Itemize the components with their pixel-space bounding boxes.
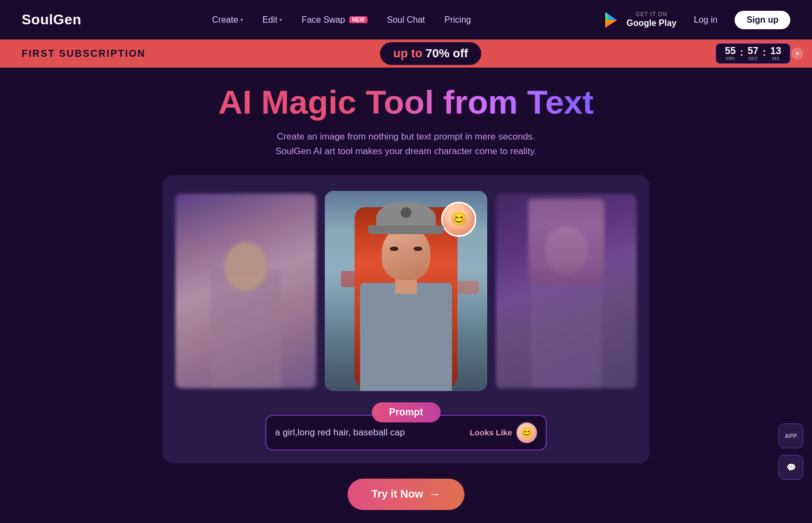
nav-face-swap[interactable]: Face Swap NEW (302, 15, 367, 25)
side-image-right (496, 194, 637, 388)
chat-float-button[interactable]: 💬 (778, 455, 803, 480)
main-content: AI Magic Tool from Text Create an image … (0, 68, 812, 510)
google-play-text: GET IT ON Google Play (626, 11, 676, 28)
promo-text: FIRST SUBSCRIPTION (22, 48, 146, 59)
prompt-input[interactable] (275, 427, 463, 438)
new-badge: NEW (349, 16, 367, 23)
app-float-button[interactable]: APP (778, 423, 803, 448)
side-float-buttons: APP 💬 (778, 423, 803, 480)
promo-discount: up to 70% off (380, 42, 481, 65)
chevron-down-icon: ▾ (279, 17, 282, 23)
signup-button[interactable]: Sign up (735, 11, 790, 29)
google-play-icon (601, 10, 621, 30)
timer-minutes: 55 Min (723, 46, 738, 61)
prompt-badge: Prompt (372, 402, 441, 422)
center-main-image: 😊 (325, 191, 487, 391)
nav-create[interactable]: Create ▾ (212, 15, 243, 25)
looks-like-avatar: 😊 (516, 422, 537, 443)
hero-subtitle: Create an image from nothing but text pr… (276, 129, 537, 158)
timer-colon-1: : (739, 47, 744, 58)
timer-ms: 13 MS (768, 46, 783, 61)
prompt-section: Prompt Looks Like 😊 (175, 402, 637, 451)
google-play-button[interactable]: GET IT ON Google Play (601, 10, 676, 30)
countdown-timer: 55 Min : 57 Sec : 13 MS (716, 43, 790, 64)
nav-right: GET IT ON Google Play Log in Sign up (601, 10, 790, 30)
timer-colon-2: : (762, 47, 767, 58)
face-avatar-overlay: 😊 (441, 202, 476, 237)
promo-banner: FIRST SUBSCRIPTION up to 70% off 55 Min … (0, 39, 812, 68)
chat-icon: 💬 (787, 463, 796, 472)
nav-soul-chat[interactable]: Soul Chat (387, 15, 425, 25)
nav-edit[interactable]: Edit ▾ (263, 15, 283, 25)
side-image-left (175, 194, 316, 388)
demo-images: 😊 (175, 188, 637, 394)
cta-section: Try it Now → (348, 479, 464, 510)
demo-card: 😊 Prompt Looks Like (162, 175, 650, 464)
hero-title: AI Magic Tool from Text (218, 84, 594, 121)
looks-like-button[interactable]: Looks Like 😊 (470, 422, 537, 443)
nav-links: Create ▾ Edit ▾ Face Swap NEW Soul Chat … (212, 15, 471, 25)
try-now-button[interactable]: Try it Now → (348, 479, 464, 510)
nav-pricing[interactable]: Pricing (444, 15, 471, 25)
timer-seconds: 57 Sec (745, 46, 761, 61)
arrow-icon: → (429, 487, 441, 501)
chevron-down-icon: ▾ (240, 17, 243, 23)
navbar: SoulGen Create ▾ Edit ▾ Face Swap NEW So… (0, 0, 812, 39)
login-button[interactable]: Log in (685, 11, 726, 29)
logo[interactable]: SoulGen (22, 11, 81, 28)
promo-close-button[interactable]: × (791, 48, 803, 59)
